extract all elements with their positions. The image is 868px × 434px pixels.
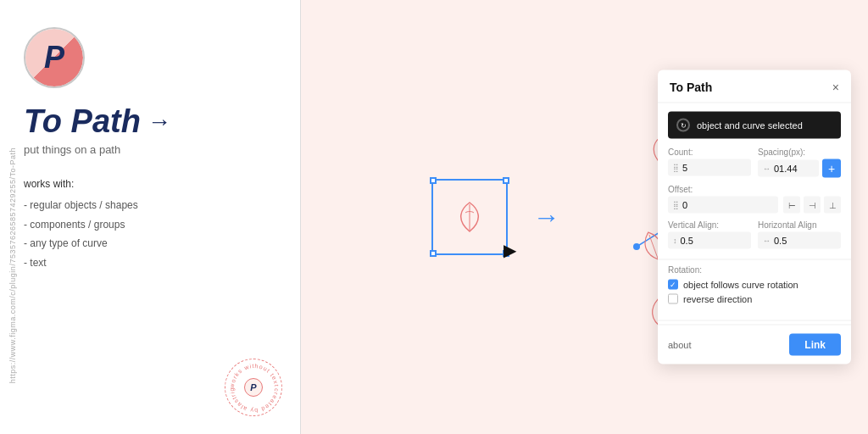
spacing-add-button[interactable]: + xyxy=(822,159,841,178)
works-with-item-3: - any type of curve xyxy=(24,234,276,253)
plugin-footer: about Link xyxy=(658,325,851,364)
vertical-align-icon: ↕ xyxy=(673,236,677,245)
checkmark-1: ✓ xyxy=(670,281,676,288)
status-text: object and curve selected xyxy=(697,120,803,131)
svg-text:works without text too shan't: works without text too shan't xyxy=(225,359,280,389)
works-with-item-4: - text xyxy=(24,253,276,273)
offset-align-right-button[interactable]: ⊥ xyxy=(824,197,841,214)
offset-input-row: ⣿ 0 ⊢ ⊣ ⊥ xyxy=(668,197,841,214)
cursor-icon: ▶ xyxy=(504,240,516,260)
subtitle: put things on a path xyxy=(24,143,276,156)
count-value: 5 xyxy=(682,163,687,173)
offset-label: Offset: xyxy=(668,185,841,194)
offset-row: Offset: ⣿ 0 ⊢ ⊣ ⊥ xyxy=(658,185,851,220)
vertical-align-group: Vertical Align: ↕ 0.5 xyxy=(668,220,751,249)
offset-align-left-button[interactable]: ⊢ xyxy=(783,197,800,214)
horizontal-align-icon: ↔ xyxy=(763,236,771,245)
offset-align-center-button[interactable]: ⊣ xyxy=(804,197,821,214)
about-link[interactable]: about xyxy=(668,340,692,350)
status-bar: ↻ object and curve selected xyxy=(668,112,841,139)
horizontal-align-input[interactable]: ↔ 0.5 xyxy=(758,232,841,249)
side-url: https://www.figma.com/c/plugin/753576265… xyxy=(8,147,17,383)
count-spacing-row: Count: ⣿ 5 Spacing(px): ↔ 01.44 + xyxy=(658,147,851,185)
status-icon: ↻ xyxy=(676,119,690,132)
vertical-align-input[interactable]: ↕ 0.5 xyxy=(668,232,751,249)
main-title: To Path → xyxy=(24,103,276,140)
checkbox-rotation[interactable]: ✓ xyxy=(668,280,678,290)
svg-point-6 xyxy=(633,243,640,250)
works-with-item-2: - components / groups xyxy=(24,215,276,235)
left-panel: P To Path → put things on a path works w… xyxy=(0,0,301,434)
handle-tl xyxy=(430,177,437,184)
title-text: To Path xyxy=(24,103,141,140)
spacing-group: Spacing(px): ↔ 01.44 + xyxy=(758,147,841,178)
handle-tr xyxy=(503,177,509,184)
divider-2 xyxy=(658,320,851,321)
spacing-value: 01.44 xyxy=(774,164,798,174)
checkbox-label-1: object follows curve rotation xyxy=(683,280,798,290)
arrow-right-icon: → xyxy=(147,108,171,136)
horizontal-align-group: Horizontal Align ↔ 0.5 xyxy=(758,220,841,249)
vertical-align-label: Vertical Align: xyxy=(668,220,751,230)
spacing-label: Spacing(px): xyxy=(758,147,841,157)
horizontal-align-value: 0.5 xyxy=(774,236,787,246)
plugin-title: To Path xyxy=(670,81,712,94)
svg-line-13 xyxy=(648,235,658,259)
arrow-between-icon: → xyxy=(533,202,560,233)
count-label: Count: xyxy=(668,147,751,157)
checkbox-row-2: reverse direction xyxy=(668,294,841,304)
offset-field-icon: ⣿ xyxy=(673,201,679,209)
handle-bl xyxy=(430,250,437,257)
plugin-header: To Path × xyxy=(658,70,851,103)
offset-input[interactable]: ⣿ 0 xyxy=(668,197,778,214)
count-field-icon: ⣿ xyxy=(673,164,679,172)
stamp-circle: works without text too shan't created by… xyxy=(225,359,282,416)
logo-circle: P xyxy=(24,27,85,88)
canvas-area: MMXXIX II ▶ → xyxy=(301,0,868,434)
offset-value: 0 xyxy=(682,200,687,210)
link-button[interactable]: Link xyxy=(789,334,841,356)
offset-align-buttons: ⊢ ⊣ ⊥ xyxy=(783,197,841,214)
checkbox-label-2: reverse direction xyxy=(683,294,752,304)
horizontal-align-label: Horizontal Align xyxy=(758,220,841,230)
leaf-icon xyxy=(448,196,491,238)
works-with-section: works with: - regular objects / shapes -… xyxy=(24,175,276,273)
divider-1 xyxy=(658,259,851,260)
vertical-align-value: 0.5 xyxy=(681,236,693,246)
checkbox-row-1: ✓ object follows curve rotation xyxy=(668,280,841,290)
spacing-input[interactable]: ↔ 01.44 xyxy=(758,160,819,177)
rotation-section: Rotation: ✓ object follows curve rotatio… xyxy=(658,264,851,317)
works-with-item-1: - regular objects / shapes xyxy=(24,196,276,215)
align-row: Vertical Align: ↕ 0.5 Horizontal Align ↔… xyxy=(658,220,851,256)
plugin-panel: To Path × ↻ object and curve selected Co… xyxy=(658,70,851,364)
logo-inner: P xyxy=(25,29,83,86)
bottom-stamp: works without text too shan't created by… xyxy=(224,358,283,417)
count-group: Count: ⣿ 5 xyxy=(668,147,751,178)
spacing-field-icon: ↔ xyxy=(763,164,771,173)
rotation-label: Rotation: xyxy=(668,265,841,275)
works-with-label: works with: xyxy=(24,175,276,194)
stamp-text-svg: works without text too shan't created by… xyxy=(225,359,283,417)
close-button[interactable]: × xyxy=(832,81,839,93)
checkbox-reverse[interactable] xyxy=(668,294,678,304)
object-box: ▶ xyxy=(431,179,508,255)
logo-letter: P xyxy=(44,42,64,73)
count-input[interactable]: ⣿ 5 xyxy=(668,159,751,176)
